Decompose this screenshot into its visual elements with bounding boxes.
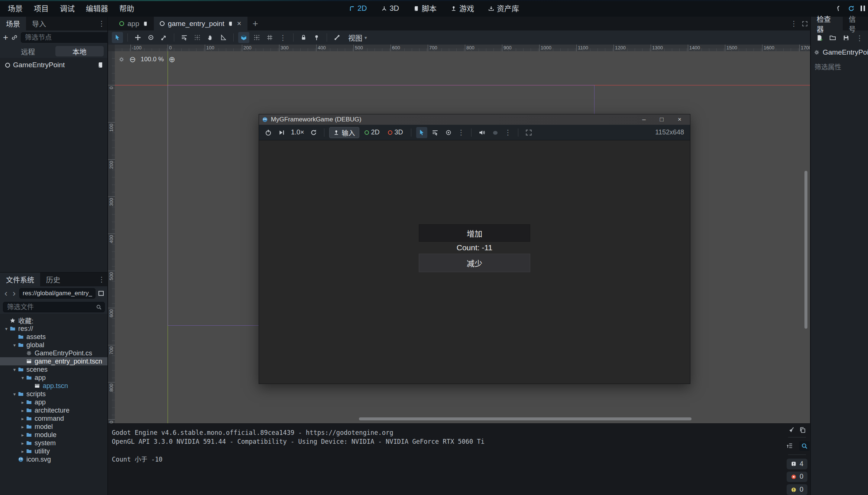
mode-assetlib-button[interactable]: 资产库 [484, 3, 524, 14]
filter-properties-label[interactable]: 筛选属性 [811, 58, 868, 75]
collapse-messages-icon[interactable] [784, 441, 795, 451]
debug-paths-button[interactable] [490, 127, 501, 138]
canvas-vscrollbar[interactable] [804, 171, 807, 329]
camera-override-button[interactable] [443, 127, 454, 138]
pause-game-icon[interactable] [861, 6, 865, 11]
grid-snap-button[interactable] [251, 32, 262, 43]
pan-tool-button[interactable] [205, 32, 216, 43]
inspector-extra-icon[interactable]: ⋮ [856, 35, 863, 42]
mode-2d-button[interactable]: 2D [344, 4, 372, 13]
tab-inspector[interactable]: 检查器 [811, 17, 843, 30]
grid-toggle-button[interactable] [264, 32, 275, 43]
group-node-button[interactable] [311, 32, 322, 43]
remote-button[interactable]: 远程 [4, 46, 52, 56]
mode-3d-button[interactable]: 3D [377, 4, 404, 13]
tab-history[interactable]: 历史 [40, 273, 66, 286]
zoom-out-button[interactable]: ⊖ [129, 55, 136, 64]
measure-tool-button[interactable] [218, 32, 229, 43]
scene-tab-game-entry-point[interactable]: game_entry_point × [154, 17, 247, 30]
move-tool-button[interactable] [132, 32, 143, 43]
select-tool-button[interactable] [112, 32, 123, 43]
message-count-badge[interactable]: 4 [787, 459, 807, 469]
error-count-badge[interactable]: 0 [787, 472, 807, 482]
fs-back-icon[interactable]: ‹ [3, 288, 9, 299]
add-node-button[interactable]: + [3, 32, 8, 43]
output-log[interactable]: Godot Engine v4.6.stable.mono.official.8… [108, 424, 783, 495]
debug-options-icon[interactable]: ⋮ [503, 129, 513, 136]
tab-import[interactable]: 导入 [26, 17, 52, 30]
lock-node-button[interactable] [298, 32, 309, 43]
fs-tree-item[interactable]: ▾scenes [0, 365, 107, 374]
snap-points-button[interactable] [192, 32, 203, 43]
scene-tab-list-icon[interactable]: ⋮ [790, 20, 797, 27]
copy-output-icon[interactable] [799, 427, 806, 433]
fs-tree-item[interactable]: icon.svg [0, 455, 107, 463]
next-frame-button[interactable] [276, 127, 287, 138]
list-select-button[interactable] [179, 32, 190, 43]
fs-split-view-icon[interactable] [98, 290, 104, 297]
scene-tab-app[interactable]: app [113, 17, 154, 30]
view-menu-button[interactable]: 视图▾ [344, 33, 371, 43]
canvas-hscrollbar[interactable] [359, 417, 692, 420]
movie-mode-icon[interactable] [835, 5, 842, 12]
fs-tree-item[interactable]: ▸app [0, 398, 107, 406]
filter-files-input[interactable] [3, 302, 105, 312]
clear-output-icon[interactable] [788, 427, 795, 433]
game-list-select-button[interactable] [430, 127, 441, 138]
scene-tree-node-root[interactable]: GameEntryPoint [0, 59, 107, 71]
rotate-tool-button[interactable] [145, 32, 156, 43]
fs-tree-item[interactable]: ▸system [0, 439, 107, 447]
2d-viewport-canvas[interactable]: -100010020030040050060070080090010001100… [108, 45, 810, 423]
fs-tree-item[interactable]: ▾scripts [0, 390, 107, 398]
close-icon[interactable]: × [672, 114, 687, 125]
fs-tree-item[interactable]: ▸architecture [0, 406, 107, 414]
inspector-node-row[interactable]: GameEntryPoint [811, 45, 868, 58]
input-mode-button[interactable]: 输入 [329, 127, 359, 138]
tab-signals[interactable]: 信号 [843, 17, 868, 30]
fs-tree-item[interactable]: ▾app [0, 374, 107, 382]
menu-debug[interactable]: 调试 [54, 3, 80, 14]
decrease-button[interactable]: 减少 [419, 254, 530, 272]
filter-nodes-input[interactable] [21, 32, 123, 43]
fs-tree-item[interactable]: assets [0, 333, 107, 341]
attached-script-icon[interactable] [97, 62, 104, 68]
mute-audio-button[interactable] [476, 127, 488, 138]
scene-dock-menu-icon[interactable]: ⋮ [98, 20, 105, 27]
fs-tree-item[interactable]: game_entry_point.tscn [0, 357, 107, 365]
instance-scene-icon[interactable] [11, 34, 18, 41]
fs-tree-item[interactable]: ▸module [0, 431, 107, 439]
mode-game-button[interactable]: 游戏 [446, 3, 479, 14]
fs-tree-item[interactable]: ▸utility [0, 447, 107, 455]
fs-tree-item[interactable]: app.tscn [0, 382, 107, 390]
speed-multiplier[interactable]: 1.0× [289, 128, 306, 136]
load-resource-icon[interactable] [829, 35, 836, 41]
minimize-icon[interactable]: – [637, 114, 651, 125]
tab-filesystem[interactable]: 文件系统 [0, 273, 40, 286]
warning-count-badge[interactable]: 0 [787, 484, 807, 495]
game-window-titlebar[interactable]: MyGFrameworkGame (DEBUG) – □ × [259, 114, 690, 125]
close-tab-icon[interactable]: × [237, 19, 242, 28]
game-select-tool-button[interactable] [416, 127, 427, 138]
fs-tree-item[interactable]: ▸model [0, 423, 107, 431]
smart-snap-button[interactable] [238, 32, 249, 43]
restart-game-icon[interactable] [848, 5, 855, 12]
fs-tree-item[interactable]: ▾res:// [0, 325, 107, 333]
select-2d-mode-button[interactable]: 2D [362, 127, 383, 138]
search-output-icon[interactable] [799, 441, 810, 451]
zoom-level[interactable]: 100.0 % [141, 56, 164, 63]
save-resource-icon[interactable] [843, 35, 849, 41]
maximize-icon[interactable]: □ [654, 114, 669, 125]
fs-tree-item[interactable]: ▾global [0, 341, 107, 349]
select-3d-mode-button[interactable]: 3D [385, 127, 406, 138]
embed-fullscreen-button[interactable] [523, 127, 534, 138]
mode-script-button[interactable]: 脚本 [409, 3, 441, 14]
reset-speed-button[interactable] [308, 127, 319, 138]
menu-project[interactable]: 项目 [28, 3, 54, 14]
fs-tree-item[interactable]: ▸command [0, 414, 107, 423]
fs-path-input[interactable] [19, 288, 95, 299]
snap-options-icon[interactable]: ⋮ [277, 34, 289, 41]
camera-options-icon[interactable]: ⋮ [456, 129, 466, 136]
zoom-in-button[interactable]: ⊕ [169, 55, 175, 64]
skeleton-options-button[interactable] [331, 32, 343, 43]
fs-tree-item[interactable]: 收藏: [0, 316, 107, 325]
